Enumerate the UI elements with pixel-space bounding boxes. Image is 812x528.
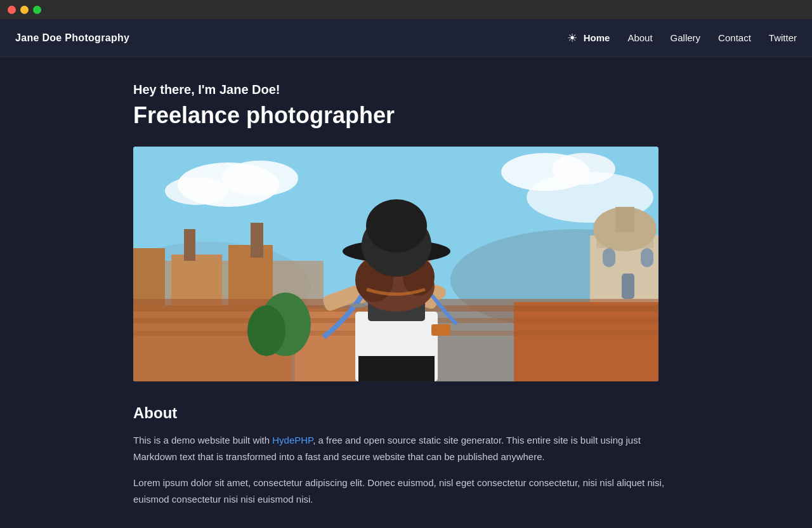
hydephp-link[interactable]: HydePHP (272, 435, 313, 446)
nav-item-contact[interactable]: Contact (718, 32, 751, 44)
nav-link-contact[interactable]: Contact (718, 32, 751, 43)
svg-point-2 (222, 161, 298, 196)
nav-link-gallery[interactable]: Gallery (671, 32, 701, 43)
svg-point-32 (247, 305, 285, 356)
nav-item-about[interactable]: About (627, 32, 652, 44)
svg-rect-34 (358, 356, 435, 381)
maximize-button[interactable] (33, 6, 41, 14)
nav-link-home[interactable]: Home (584, 32, 610, 43)
svg-rect-12 (615, 207, 634, 232)
hero-title: Freelance photographer (133, 102, 679, 129)
nav-brand[interactable]: Jane Doe Photography (15, 32, 567, 44)
nav-link-about[interactable]: About (627, 32, 652, 43)
hero-image-svg (133, 147, 658, 381)
svg-rect-22 (184, 229, 195, 261)
about-title: About (133, 404, 679, 422)
nav-item-home[interactable]: Home (584, 32, 610, 44)
minimize-button[interactable] (20, 6, 29, 14)
nav-item-gallery[interactable]: Gallery (671, 32, 701, 44)
about-intro: This is a demo website built with HydePH… (133, 432, 679, 465)
svg-point-3 (165, 177, 228, 205)
hero-image (133, 147, 658, 381)
svg-point-50 (366, 199, 427, 253)
svg-rect-15 (603, 248, 615, 267)
nav-link-twitter[interactable]: Twitter (769, 32, 797, 43)
svg-rect-27 (514, 302, 658, 381)
titlebar (0, 0, 812, 19)
theme-toggle-icon[interactable]: ☀ (567, 31, 577, 45)
svg-rect-23 (251, 223, 263, 258)
nav-links: Home About Gallery Contact Twitter (584, 32, 797, 44)
main-content: Hey there, I'm Jane Doe! Freelance photo… (121, 57, 691, 528)
about-lorem: Lorem ipsum dolor sit amet, consectetur … (133, 475, 679, 507)
svg-rect-43 (431, 324, 450, 336)
svg-rect-51 (352, 304, 365, 307)
hero-greeting: Hey there, I'm Jane Doe! (133, 82, 679, 97)
svg-rect-17 (622, 274, 634, 299)
svg-rect-16 (641, 248, 653, 267)
navbar: Jane Doe Photography ☀ Home About Galler… (0, 19, 812, 57)
nav-item-twitter[interactable]: Twitter (769, 32, 797, 44)
close-button[interactable] (8, 6, 16, 14)
